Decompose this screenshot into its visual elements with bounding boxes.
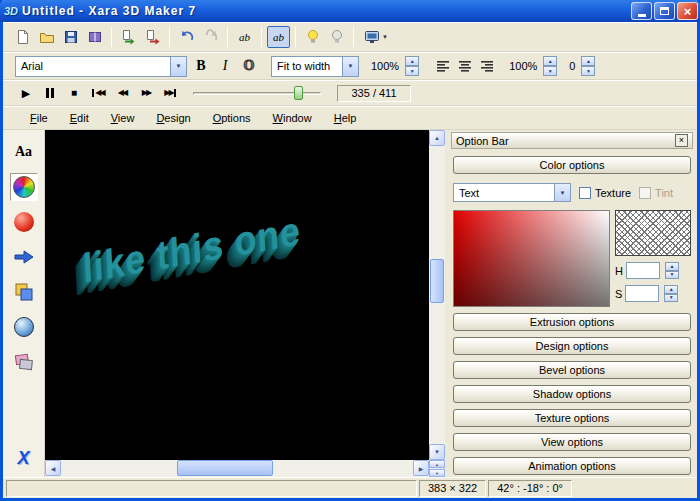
nudge-down-button[interactable]: ▼ bbox=[429, 469, 445, 477]
option-bar-close-button[interactable]: × bbox=[675, 134, 688, 147]
next-frame-button[interactable]: ▶▶ bbox=[135, 83, 157, 103]
light-off-button[interactable] bbox=[325, 26, 348, 48]
animation-tool-button[interactable] bbox=[10, 348, 38, 376]
export-button[interactable] bbox=[141, 26, 164, 48]
bevel-options-button[interactable]: Bevel options bbox=[453, 361, 691, 379]
last-frame-button[interactable]: ▶▶ bbox=[159, 83, 181, 103]
toolbar-separator bbox=[227, 27, 228, 47]
animation-options-button[interactable]: Animation options bbox=[453, 457, 691, 475]
color-options-button[interactable]: Color options bbox=[453, 156, 691, 174]
texture-swatch[interactable] bbox=[615, 210, 691, 256]
spin-up-icon[interactable]: ▲ bbox=[665, 262, 679, 271]
spacing-spinner[interactable]: ▲ ▼ bbox=[543, 56, 557, 76]
status-message-cell bbox=[6, 480, 417, 497]
spin-down-icon[interactable]: ▼ bbox=[665, 271, 679, 280]
first-frame-button[interactable]: ◀◀ bbox=[87, 83, 109, 103]
saturation-spinner[interactable]: ▲ ▼ bbox=[664, 285, 678, 302]
spin-down-icon[interactable]: ▼ bbox=[664, 294, 678, 303]
texture-checkbox[interactable] bbox=[579, 187, 591, 199]
menu-file[interactable]: File bbox=[19, 109, 59, 127]
chevron-down-icon[interactable]: ▼ bbox=[170, 57, 186, 76]
spin-down-icon[interactable]: ▼ bbox=[581, 66, 595, 76]
menu-edit[interactable]: Edit bbox=[59, 109, 100, 127]
scroll-right-button[interactable]: ▶ bbox=[413, 460, 429, 476]
minimize-button[interactable] bbox=[631, 2, 652, 20]
extrusion-tool-button[interactable] bbox=[10, 243, 38, 271]
color-tool-button[interactable] bbox=[10, 173, 38, 201]
canvas[interactable]: like this one bbox=[45, 130, 429, 460]
hue-input[interactable] bbox=[626, 262, 660, 279]
menu-options[interactable]: Options bbox=[202, 109, 262, 127]
menu-design[interactable]: Design bbox=[145, 109, 201, 127]
extrusion-options-button[interactable]: Extrusion options bbox=[453, 313, 691, 331]
vertical-scrollbar[interactable]: ▲ ▼ bbox=[429, 130, 445, 460]
color-gradient-field[interactable] bbox=[453, 210, 610, 307]
scroll-left-button[interactable]: ◀ bbox=[45, 460, 61, 476]
undo-button[interactable] bbox=[175, 26, 198, 48]
menu-help[interactable]: Help bbox=[323, 109, 368, 127]
font-select[interactable]: Arial ▼ bbox=[15, 56, 187, 77]
open-button[interactable] bbox=[35, 26, 58, 48]
play-button[interactable]: ▶ bbox=[15, 83, 37, 103]
align-center-button[interactable] bbox=[455, 56, 475, 76]
menu-window[interactable]: Window bbox=[262, 109, 323, 127]
vertical-scroll-track[interactable] bbox=[429, 146, 445, 444]
frame-slider-thumb[interactable] bbox=[294, 86, 303, 100]
sphere-tool-button[interactable] bbox=[10, 208, 38, 236]
text-options-button[interactable]: ab bbox=[233, 26, 256, 48]
text-entry-button[interactable]: ab bbox=[267, 26, 290, 48]
align-right-button[interactable] bbox=[477, 56, 497, 76]
zoom-mode-select[interactable]: Fit to width ▼ bbox=[271, 56, 359, 77]
light-on-button[interactable] bbox=[301, 26, 324, 48]
chevron-down-icon[interactable]: ▼ bbox=[342, 57, 358, 76]
outline-button[interactable]: O bbox=[239, 56, 259, 76]
zoom-spinner[interactable]: ▲ ▼ bbox=[405, 56, 419, 76]
display-quality-button[interactable]: ▼ bbox=[359, 26, 393, 48]
bold-button[interactable]: B bbox=[191, 56, 211, 76]
stop-button[interactable]: ■ bbox=[63, 83, 85, 103]
spin-up-icon[interactable]: ▲ bbox=[405, 56, 419, 66]
title-bar[interactable]: 3D Untitled - Xara 3D Maker 7 × bbox=[0, 0, 700, 22]
horizontal-scrollbar[interactable]: ◀ ▶ bbox=[45, 460, 429, 477]
save-button[interactable] bbox=[59, 26, 82, 48]
nudge-up-button[interactable]: ▲ bbox=[429, 460, 445, 468]
spin-up-icon[interactable]: ▲ bbox=[664, 285, 678, 294]
minimize-icon bbox=[638, 14, 646, 17]
color-target-select[interactable]: Text ▼ bbox=[453, 183, 571, 202]
menu-view[interactable]: View bbox=[100, 109, 146, 127]
texture-tool-button[interactable] bbox=[10, 313, 38, 341]
tint-checkbox[interactable] bbox=[639, 187, 651, 199]
italic-button[interactable]: I bbox=[215, 56, 235, 76]
chevron-down-icon[interactable]: ▼ bbox=[554, 184, 570, 201]
option-bar-header[interactable]: Option Bar × bbox=[451, 132, 693, 149]
kerning-spinner[interactable]: ▲ ▼ bbox=[581, 56, 595, 76]
frame-slider[interactable] bbox=[193, 83, 321, 103]
close-button[interactable]: × bbox=[677, 2, 698, 20]
saturation-input[interactable] bbox=[625, 285, 659, 302]
scroll-down-button[interactable]: ▼ bbox=[429, 444, 445, 460]
redo-button[interactable] bbox=[199, 26, 222, 48]
design-options-button[interactable]: Design options bbox=[453, 337, 691, 355]
view-options-button[interactable]: View options bbox=[453, 433, 691, 451]
align-left-button[interactable] bbox=[433, 56, 453, 76]
horizontal-scroll-track[interactable] bbox=[61, 460, 413, 477]
spin-down-icon[interactable]: ▼ bbox=[543, 66, 557, 76]
bevel-tool-button[interactable] bbox=[10, 278, 38, 306]
export-movie-button[interactable] bbox=[83, 26, 106, 48]
import-button[interactable] bbox=[117, 26, 140, 48]
spin-up-icon[interactable]: ▲ bbox=[581, 56, 595, 66]
hue-spinner[interactable]: ▲ ▼ bbox=[665, 262, 679, 279]
vertical-scroll-thumb[interactable] bbox=[430, 259, 444, 303]
canvas-3d-text[interactable]: like this one bbox=[82, 207, 302, 293]
text-tool-button[interactable]: Aa bbox=[10, 138, 38, 166]
shadow-options-button[interactable]: Shadow options bbox=[453, 385, 691, 403]
spin-down-icon[interactable]: ▼ bbox=[405, 66, 419, 76]
texture-options-button[interactable]: Texture options bbox=[453, 409, 691, 427]
spin-up-icon[interactable]: ▲ bbox=[543, 56, 557, 66]
horizontal-scroll-thumb[interactable] bbox=[177, 460, 273, 476]
prev-frame-button[interactable]: ◀◀ bbox=[111, 83, 133, 103]
maximize-button[interactable] bbox=[654, 2, 675, 20]
scroll-up-button[interactable]: ▲ bbox=[429, 130, 445, 146]
new-button[interactable] bbox=[11, 26, 34, 48]
pause-button[interactable] bbox=[39, 83, 61, 103]
